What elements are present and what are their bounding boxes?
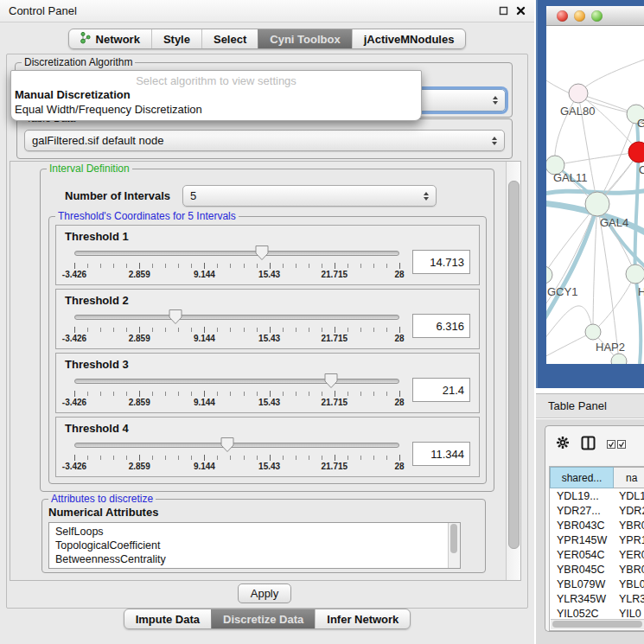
list-item[interactable]: SelfLoops — [55, 525, 460, 539]
edge[interactable] — [546, 306, 593, 343]
tab-style[interactable]: Style — [151, 29, 201, 48]
tab-style-label: Style — [163, 33, 190, 46]
table-row[interactable]: YER054C YER0 — [550, 547, 644, 562]
tick-label: 21.715 — [322, 398, 348, 407]
cell-shared-name[interactable]: YER054C — [550, 549, 614, 561]
close-window-icon[interactable] — [557, 10, 568, 22]
table-row[interactable]: YPR145W YPR1 — [550, 532, 644, 547]
slider-minor-ticks — [74, 264, 399, 268]
numerical-attributes-list: SelfLoops TopologicalCoefficient Between… — [48, 522, 461, 569]
cell-shared-name[interactable]: YBR045C — [550, 564, 614, 576]
cell-name[interactable]: YDL1 — [614, 490, 644, 502]
slider-track[interactable] — [74, 443, 399, 448]
slider-track[interactable] — [74, 379, 399, 384]
list-item[interactable]: TopologicalCoefficient — [55, 539, 460, 552]
apply-button[interactable]: Apply — [238, 583, 292, 603]
threshold-3-value-field[interactable]: 21.4 — [412, 378, 470, 402]
list-item[interactable]: BetweennessCentrality — [55, 552, 460, 566]
columns-icon[interactable] — [581, 436, 596, 454]
option-equal-width-frequency[interactable]: Equal Width/Frequency Discretization — [11, 102, 421, 117]
tab-network[interactable]: Network — [69, 29, 151, 48]
horizontal-scrollbar[interactable] — [551, 619, 644, 629]
cell-name[interactable]: YDR2 — [614, 505, 644, 517]
node-gal4[interactable] — [585, 192, 609, 216]
cell-shared-name[interactable]: YBL079W — [550, 578, 614, 590]
column-header-name[interactable]: na — [614, 467, 644, 488]
threshold-2-panel: Threshold 2 — [55, 289, 480, 349]
threshold-4-value-field[interactable]: 11.344 — [412, 442, 470, 466]
edge[interactable] — [578, 93, 639, 152]
edge[interactable] — [555, 152, 639, 165]
tab-infer-network[interactable]: Infer Network — [315, 609, 410, 628]
threshold-2-slider[interactable]: -3.426 2.859 9.144 15.43 21.715 28 — [74, 308, 399, 344]
edge[interactable] — [593, 274, 635, 332]
thresholds-group: Threshold's Coordinates for 5 Intervals … — [48, 216, 487, 484]
tab-select-label: Select — [214, 33, 246, 46]
cell-shared-name[interactable]: YBR043C — [550, 520, 614, 532]
tab-infer-network-label: Infer Network — [327, 613, 399, 626]
tab-select[interactable]: Select — [201, 29, 258, 48]
slider-thumb[interactable] — [324, 373, 339, 392]
cell-name[interactable]: YIL0 — [614, 608, 644, 620]
vertical-scrollbar[interactable] — [506, 162, 520, 580]
table-row[interactable]: YBR043C YBR0 — [550, 518, 644, 532]
minimize-window-icon[interactable] — [574, 10, 585, 22]
tab-cyni-toolbox[interactable]: Cyni Toolbox — [258, 29, 351, 48]
cell-shared-name[interactable]: YDR27... — [550, 505, 614, 517]
number-of-intervals-combobox[interactable]: 5 — [182, 185, 437, 207]
column-header-shared-name[interactable]: shared... — [550, 467, 614, 488]
select-columns-checkboxes-icon[interactable] — [607, 437, 626, 452]
cell-name[interactable]: YER0 — [614, 549, 644, 561]
float-window-icon[interactable] — [499, 6, 508, 16]
table-row[interactable]: YLR345W YLR3 — [550, 591, 644, 606]
node-label-c: C — [639, 163, 644, 176]
cell-name[interactable]: YPR1 — [614, 534, 644, 546]
threshold-4-slider[interactable]: -3.426 2.859 9.144 15.43 21.715 28 — [74, 436, 399, 472]
node-hap2[interactable] — [585, 324, 601, 340]
edge[interactable] — [578, 60, 644, 93]
threshold-1-value-field[interactable]: 14.713 — [412, 250, 470, 274]
table-row[interactable]: YBL079W YBL0 — [550, 577, 644, 591]
cell-name[interactable]: YBR0 — [614, 520, 644, 532]
algorithm-placeholder-option[interactable]: Select algorithm to view settings — [11, 74, 421, 87]
slider-track[interactable] — [74, 251, 399, 256]
cell-name[interactable]: YBR0 — [614, 564, 644, 576]
slider-thumb[interactable] — [254, 245, 269, 265]
threshold-1-slider[interactable]: -3.426 2.859 9.144 15.43 21.715 28 — [74, 244, 399, 280]
node-red-selected[interactable] — [628, 142, 644, 163]
cell-name[interactable]: YBL0 — [614, 578, 644, 590]
node-h-partial[interactable] — [626, 265, 644, 284]
cell-shared-name[interactable]: YDL19... — [550, 490, 614, 502]
cell-shared-name[interactable]: YLR345W — [550, 593, 614, 605]
cell-name[interactable]: YLR3 — [614, 593, 644, 605]
table-data-combobox[interactable]: galFiltered.sif default node — [24, 130, 505, 151]
slider-track[interactable] — [74, 315, 399, 320]
zoom-window-icon[interactable] — [591, 10, 603, 22]
table-row[interactable]: YDL19... YDL1 — [550, 488, 644, 503]
threshold-2-value-field[interactable]: 6.316 — [412, 314, 470, 338]
tick-label: 15.43 — [258, 334, 280, 343]
table-row[interactable]: YBR045C YBR0 — [550, 562, 644, 577]
list-scrollbar[interactable] — [448, 523, 460, 568]
node-gal80[interactable] — [569, 84, 588, 103]
table-row[interactable]: YDR27... YDR2 — [550, 503, 644, 518]
slider-axis-labels: -3.426 2.859 9.144 15.43 21.715 28 — [74, 462, 399, 471]
network-canvas[interactable]: GAL80 G C GAL11 GAL4 GCY1 H HAP2 — [546, 25, 644, 364]
cell-shared-name[interactable]: YPR145W — [550, 534, 614, 546]
slider-thumb[interactable] — [168, 309, 182, 328]
option-manual-discretization[interactable]: Manual Discretization — [11, 87, 421, 102]
cell-shared-name[interactable]: YIL052C — [550, 608, 614, 620]
horizontal-scrollbar-thumb[interactable] — [552, 621, 642, 628]
major-tick — [270, 391, 271, 397]
list-scrollbar-thumb[interactable] — [450, 524, 457, 553]
tab-discretize-data[interactable]: Discretize Data — [211, 609, 315, 628]
close-panel-icon[interactable] — [516, 6, 526, 16]
vertical-scrollbar-thumb[interactable] — [508, 181, 520, 549]
tab-jactivemnodules[interactable]: jActiveMNodules — [352, 29, 466, 48]
threshold-3-slider[interactable]: -3.426 2.859 9.144 15.43 21.715 28 — [74, 372, 399, 408]
network-window-titlebar[interactable] — [546, 6, 644, 26]
slider-thumb[interactable] — [220, 437, 234, 456]
gear-icon[interactable] — [556, 436, 570, 453]
node-gcy1[interactable] — [546, 266, 552, 284]
tab-impute-data[interactable]: Impute Data — [124, 609, 211, 628]
